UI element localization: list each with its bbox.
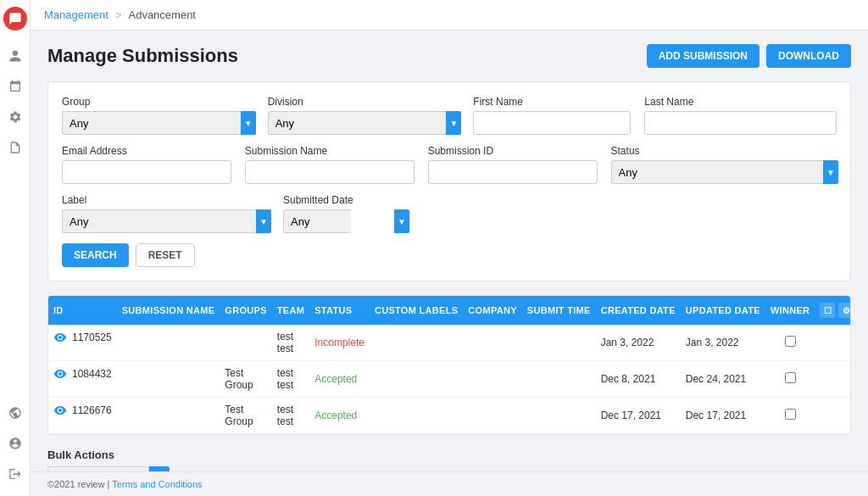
cell-id-0: 1170525 xyxy=(72,332,112,343)
col-submission-name: SUBMISSION NAME xyxy=(117,296,220,325)
last-name-field: Last Name xyxy=(644,96,837,135)
status-select[interactable]: Any Incomplete Accepted xyxy=(611,160,837,184)
email-input[interactable] xyxy=(62,160,231,184)
last-name-input[interactable] xyxy=(644,111,837,135)
cell-created-date-0: Jan 3, 2022 xyxy=(596,325,681,361)
view-icon-2[interactable] xyxy=(53,404,67,417)
document-icon[interactable] xyxy=(3,136,27,159)
table-checkbox-icon[interactable]: ☐ xyxy=(820,303,835,318)
cell-company-2 xyxy=(463,398,522,434)
col-created-date: CREATED DATE xyxy=(596,296,681,325)
first-name-input[interactable] xyxy=(473,111,631,135)
label-select-wrapper: Any ▼ xyxy=(62,209,270,233)
submission-id-input[interactable] xyxy=(428,160,598,184)
cell-extra-2 xyxy=(815,398,851,434)
app-logo[interactable] xyxy=(3,7,27,31)
last-name-label: Last Name xyxy=(644,96,837,108)
cell-company-1 xyxy=(463,361,522,398)
submitted-date-select-wrapper: Any ▼ xyxy=(283,209,408,233)
user-circle-icon[interactable] xyxy=(3,432,27,455)
email-label: Email Address xyxy=(62,145,231,157)
add-submission-button[interactable]: ADD SUBMISSION xyxy=(647,44,760,68)
logout-icon[interactable] xyxy=(3,462,27,486)
submission-name-field: Submission Name xyxy=(245,145,415,184)
view-icon-1[interactable] xyxy=(53,367,67,381)
col-custom-labels: CUSTOM LABELS xyxy=(370,296,463,325)
submitted-date-select[interactable]: Any xyxy=(283,209,351,233)
filter-actions: SEARCH RESET xyxy=(62,243,837,267)
group-select[interactable]: Any xyxy=(62,111,254,135)
calendar-icon[interactable] xyxy=(3,75,27,98)
cell-created-date-1: Dec 8, 2021 xyxy=(596,361,681,398)
reset-button[interactable]: RESET xyxy=(136,243,195,267)
submission-id-label: Submission ID xyxy=(428,145,598,157)
bulk-actions-label: Bulk Actions xyxy=(47,449,851,461)
col-company: COMPANY xyxy=(463,296,522,325)
submission-name-input[interactable] xyxy=(245,160,415,184)
cell-submission-name-2 xyxy=(117,398,220,434)
cell-created-date-2: Dec 17, 2021 xyxy=(596,398,681,434)
bulk-actions: Bulk Actions Please Select Delete Export… xyxy=(47,449,851,471)
gear-icon[interactable] xyxy=(3,105,27,129)
nav-management[interactable]: Management xyxy=(44,8,108,21)
status-field: Status Any Incomplete Accepted ▼ xyxy=(611,145,837,184)
page-header: Manage Submissions ADD SUBMISSION DOWNLO… xyxy=(47,44,851,68)
cell-team-1: test test xyxy=(272,361,309,398)
group-select-wrapper: Any ▼ xyxy=(62,111,254,135)
view-icon-0[interactable] xyxy=(53,331,67,344)
footer: ©2021 review | Terms and Conditions xyxy=(31,471,868,496)
col-status: STATUS xyxy=(309,296,370,325)
cell-extra-1 xyxy=(815,361,851,398)
cell-winner-1 xyxy=(765,361,815,398)
cell-updated-date-2: Dec 17, 2021 xyxy=(681,398,765,434)
nav-separator: > xyxy=(115,8,122,21)
cell-groups-0 xyxy=(220,325,271,361)
cell-submit-time-2 xyxy=(522,398,596,434)
cell-id-2: 1126676 xyxy=(72,404,112,416)
winner-checkbox-1[interactable] xyxy=(785,372,796,383)
cell-submit-time-0 xyxy=(522,325,596,361)
col-actions: ☐ ⚙ xyxy=(815,296,851,325)
label-label: Label xyxy=(62,194,270,206)
status-label: Status xyxy=(611,145,837,157)
cell-custom-labels-0 xyxy=(370,325,463,361)
page-area: Manage Submissions ADD SUBMISSION DOWNLO… xyxy=(31,31,868,471)
col-updated-date: UPDATED DATE xyxy=(681,296,765,325)
table-settings-icon[interactable]: ⚙ xyxy=(838,303,851,318)
email-field: Email Address xyxy=(62,145,231,184)
submitted-date-arrow: ▼ xyxy=(394,209,409,233)
cell-submit-time-1 xyxy=(522,361,596,398)
cell-eye-0: 1170525 xyxy=(48,325,117,350)
filter-row-2: Email Address Submission Name Submission… xyxy=(62,145,837,184)
submitted-date-label: Submitted Date xyxy=(283,194,408,206)
filter-row-1: Group Any ▼ Division Any ▼ xyxy=(62,96,837,135)
table-row: 1170525 test test Incomplete Jan 3, 2022… xyxy=(48,325,851,361)
table-row: 1126676 Test Group test test Accepted De… xyxy=(48,398,851,434)
search-button[interactable]: SEARCH xyxy=(62,243,129,267)
cell-company-0 xyxy=(463,325,522,361)
cell-status-1: Accepted xyxy=(309,361,370,398)
globe-icon[interactable] xyxy=(3,401,27,425)
group-label: Group xyxy=(62,96,254,108)
division-label: Division xyxy=(268,96,460,108)
col-id: ID xyxy=(48,296,117,325)
download-button[interactable]: DOWNLOAD xyxy=(766,44,851,68)
cell-extra-0 xyxy=(815,325,851,361)
winner-checkbox-2[interactable] xyxy=(785,409,796,420)
col-winner: WINNER xyxy=(765,296,815,325)
footer-copyright: ©2021 review | xyxy=(47,479,112,489)
person-icon[interactable] xyxy=(3,44,27,68)
filter-panel: Group Any ▼ Division Any ▼ xyxy=(47,81,851,281)
label-select[interactable]: Any xyxy=(62,209,270,233)
cell-groups-1: Test Group xyxy=(220,361,271,398)
cell-status-2: Accepted xyxy=(309,398,370,434)
first-name-field: First Name xyxy=(473,96,631,135)
submitted-date-field: Submitted Date Any ▼ xyxy=(283,194,408,233)
footer-terms-link[interactable]: Terms and Conditions xyxy=(112,479,202,489)
submission-name-label: Submission Name xyxy=(245,145,415,157)
table-header-row: ID SUBMISSION NAME GROUPS TEAM STATUS CU… xyxy=(48,296,851,325)
cell-winner-2 xyxy=(765,398,815,434)
winner-checkbox-0[interactable] xyxy=(785,336,796,347)
division-select[interactable]: Any xyxy=(268,111,460,135)
header-buttons: ADD SUBMISSION DOWNLOAD xyxy=(647,44,851,68)
